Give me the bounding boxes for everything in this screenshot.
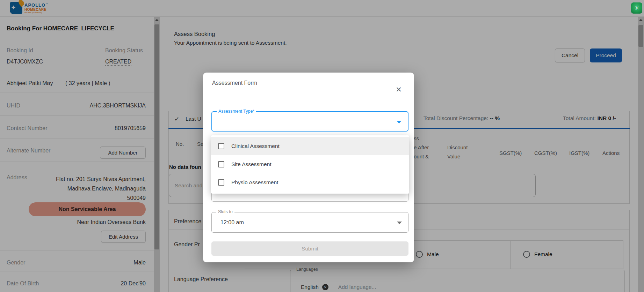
modal-title: Assessment Form	[212, 80, 257, 86]
option-physio-assessment[interactable]: Physio Assessment	[211, 173, 409, 192]
checkbox-icon[interactable]	[218, 143, 224, 149]
extension-icon[interactable]: ✳	[631, 2, 642, 14]
option-site-assessment[interactable]: Site Assessment	[211, 155, 409, 173]
option-label: Physio Assessment	[231, 179, 278, 186]
option-clinical-assessment[interactable]: Clinical Assessment	[211, 137, 409, 155]
close-icon[interactable]: ✕	[394, 85, 403, 94]
slots-to-value: 12:00 am	[220, 219, 244, 226]
slots-to-label: Slots to	[216, 209, 234, 214]
dropdown-arrow-icon[interactable]	[397, 222, 402, 224]
checkbox-icon[interactable]	[218, 161, 224, 167]
checkbox-icon[interactable]	[218, 179, 224, 186]
submit-button[interactable]: Submit	[211, 241, 408, 256]
dropdown-arrow-icon[interactable]	[397, 121, 401, 123]
assessment-form-modal: Assessment Form ✕ Assessment Type* Clini…	[203, 73, 414, 262]
option-label: Clinical Assessment	[231, 143, 280, 149]
assessment-type-label: Assessment Type*	[217, 109, 256, 114]
app-screen: ✚ APOLLO™ HOMECARE We are your family Bo…	[0, 0, 644, 292]
assessment-type-select[interactable]: Assessment Type*	[211, 111, 408, 132]
option-label: Site Assessment	[231, 161, 272, 167]
assessment-type-menu: Clinical Assessment Site Assessment Phys…	[211, 135, 409, 194]
slots-to-select[interactable]: Slots to 12:00 am	[211, 212, 408, 233]
